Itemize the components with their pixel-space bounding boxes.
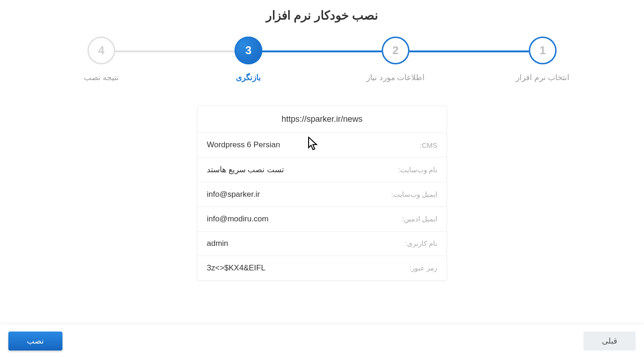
review-card: https://sparker.ir/news CMS:Wordpress 6 … bbox=[197, 106, 447, 281]
review-url: https://sparker.ir/news bbox=[198, 106, 446, 133]
review-row-value: Wordpress 6 Persian bbox=[207, 140, 280, 150]
review-row: رمز عبور:3z<>$KX4&EIFL bbox=[198, 256, 446, 280]
review-row-label: رمز عبور: bbox=[409, 264, 437, 272]
step-4-label: نتیجه نصب bbox=[84, 73, 119, 82]
review-row-label: نام کاربری: bbox=[405, 239, 437, 248]
review-row-value: info@sparker.ir bbox=[207, 190, 260, 199]
step-3: 3 بازنگری bbox=[175, 37, 322, 82]
page-title: نصب خودکار نرم افزار bbox=[0, 0, 644, 37]
step-1-label: انتخاب نرم افزار bbox=[516, 73, 570, 82]
step-1: 1 انتخاب نرم افزار bbox=[469, 37, 616, 82]
review-row: نام وب‌سایت:تست نصب سریع هاستد bbox=[198, 157, 446, 182]
connector bbox=[409, 50, 469, 52]
step-3-label: بازنگری bbox=[236, 73, 261, 82]
review-row: CMS:Wordpress 6 Persian bbox=[198, 133, 446, 157]
connector bbox=[175, 50, 235, 52]
review-row-value: 3z<>$KX4&EIFL bbox=[207, 263, 266, 273]
footer: قبلی نصب bbox=[0, 325, 644, 357]
review-row-label: نام وب‌سایت: bbox=[398, 166, 437, 174]
install-button[interactable]: نصب bbox=[8, 332, 62, 351]
review-row-label: ایمیل ادمین: bbox=[402, 215, 437, 223]
connector bbox=[262, 50, 322, 52]
review-row-label: ایمیل وب‌سایت: bbox=[391, 190, 437, 199]
connector bbox=[115, 50, 175, 52]
connector bbox=[469, 50, 529, 52]
step-4: 4 نتیجه نصب bbox=[28, 37, 175, 82]
step-4-circle: 4 bbox=[87, 37, 115, 64]
review-row: ایمیل ادمین:info@modiru.com bbox=[198, 207, 446, 232]
review-row-label: CMS: bbox=[420, 141, 437, 149]
prev-button[interactable]: قبلی bbox=[583, 332, 636, 351]
step-2-label: اطلاعات مورد نیاز bbox=[366, 73, 425, 82]
step-3-circle: 3 bbox=[235, 37, 262, 64]
review-row: ایمیل وب‌سایت:info@sparker.ir bbox=[198, 182, 446, 207]
step-2-circle: 2 bbox=[382, 37, 409, 64]
review-row-value: تست نصب سریع هاستد bbox=[207, 165, 284, 175]
connector bbox=[322, 50, 382, 52]
review-row-value: info@modiru.com bbox=[207, 214, 268, 224]
review-row: نام کاربری:admin bbox=[198, 232, 446, 256]
stepper: 1 انتخاب نرم افزار 2 اطلاعات مورد نیاز 3… bbox=[0, 37, 644, 82]
review-row-value: admin bbox=[207, 239, 228, 248]
step-1-circle: 1 bbox=[529, 37, 557, 64]
step-2: 2 اطلاعات مورد نیاز bbox=[322, 37, 469, 82]
